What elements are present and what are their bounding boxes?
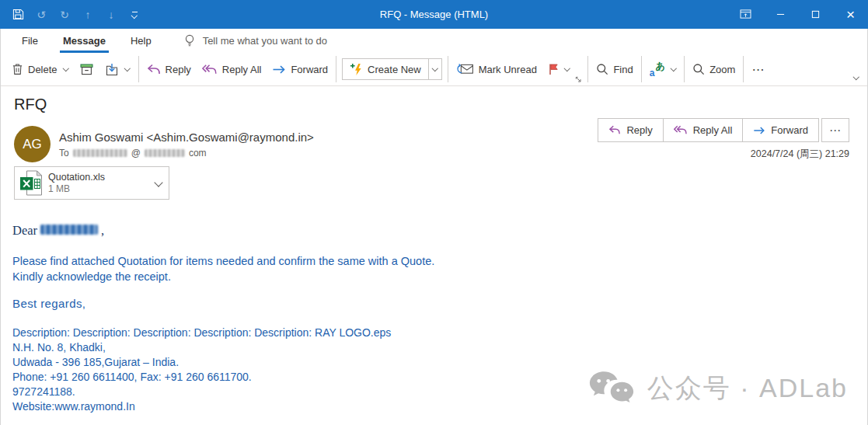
signature-greeting: Best regards, [12, 297, 85, 310]
avatar-initials: AG [23, 137, 42, 152]
body-line: Kindly acknowledge the receipt. [12, 269, 434, 284]
reply-icon [147, 64, 161, 75]
search-icon [596, 63, 608, 75]
delete-button[interactable]: Delete [6, 56, 74, 82]
translate-dropdown-icon[interactable] [671, 65, 677, 71]
signature-line: N.H. No. 8, Khadki, [12, 340, 391, 355]
redo-icon[interactable]: ↻ [54, 0, 75, 29]
watermark-text: 公众号 · ADLab [647, 371, 848, 406]
to-domain-suffix: com [189, 148, 207, 159]
archive-icon [79, 64, 94, 75]
reply-all-icon [674, 125, 688, 135]
signature-line: Phone: +91 260 6611400, Fax: +91 260 661… [12, 370, 391, 385]
toolbar-separator [587, 56, 588, 82]
toolbar-separator [743, 56, 744, 82]
attachment-size: 1 MB [48, 183, 154, 194]
toolbar-separator [641, 56, 642, 82]
sender-avatar[interactable]: AG [14, 126, 51, 162]
signature-line: Description: Description: Description: D… [12, 326, 391, 340]
trash-icon [12, 63, 23, 75]
reply-all-button[interactable]: Reply All [197, 56, 267, 82]
at-sign: @ [131, 148, 141, 159]
header-actions: Reply Reply All Forward ⋯ [598, 118, 849, 142]
minimize-icon[interactable] [763, 0, 798, 29]
header-reply-button[interactable]: Reply [598, 118, 663, 142]
maximize-icon[interactable] [798, 0, 833, 29]
reply-button[interactable]: Reply [141, 56, 197, 82]
delete-dropdown-icon[interactable] [62, 65, 68, 71]
header-more-actions-button[interactable]: ⋯ [821, 118, 849, 142]
toolbar-overflow-button[interactable]: ⋯ [746, 56, 771, 82]
quick-access-toolbar: ↺ ↻ ↑ ↓ [0, 0, 145, 29]
move-up-icon[interactable]: ↑ [78, 0, 98, 29]
move-down-icon[interactable]: ↓ [101, 0, 121, 29]
zoom-icon [692, 63, 705, 75]
header-forward-label: Forward [771, 124, 808, 136]
close-icon[interactable]: × [833, 0, 868, 29]
reply-all-icon [202, 64, 218, 75]
signature-line: Website:www.raymond.In [12, 399, 391, 414]
translate-icon: あ a [650, 62, 665, 77]
undo-icon[interactable]: ↺ [31, 0, 51, 29]
mark-unread-label: Mark Unread [479, 64, 537, 75]
header-forward-button[interactable]: Forward [742, 118, 819, 142]
move-to-dropdown-icon[interactable] [124, 65, 131, 71]
create-new-button[interactable]: Create New [343, 59, 428, 79]
watermark: 公众号 · ADLab [587, 369, 848, 408]
sender-name[interactable]: Ashim Goswami <Ashim.Goswami@raymond.in> [59, 131, 314, 144]
ribbon-display-options-icon[interactable] [728, 0, 763, 29]
attachment-meta: Quotation.xls 1 MB [48, 172, 154, 194]
archive-button[interactable] [74, 56, 99, 82]
forward-label: Forward [291, 64, 328, 75]
quick-step-lightning-icon [350, 63, 363, 76]
tab-file[interactable]: File [11, 29, 49, 53]
signature-line: 9727241188. [12, 385, 391, 399]
flag-icon [548, 63, 559, 75]
salutation-punct: , [101, 223, 104, 238]
forward-button[interactable]: Forward [267, 56, 333, 82]
create-new-dropdown[interactable] [428, 59, 441, 79]
tell-me-label: Tell me what you want to do [203, 35, 327, 47]
zoom-button[interactable]: Zoom [687, 56, 741, 82]
envelope-icon [456, 63, 474, 75]
forward-icon [272, 64, 286, 75]
attachment-name: Quotation.xls [48, 172, 154, 183]
ellipsis-icon: ⋯ [751, 62, 765, 77]
forward-icon [753, 126, 765, 135]
attachment-card[interactable]: Quotation.xls 1 MB [14, 166, 169, 200]
ribbon-toolbar: Delete [0, 53, 868, 86]
reply-all-label: Reply All [222, 64, 262, 75]
flag-dropdown-icon[interactable] [564, 65, 570, 71]
mark-unread-button[interactable]: Mark Unread [451, 56, 542, 82]
create-new-quick-step: Create New [342, 58, 442, 80]
signature-line: Udwada - 396 185,Gujarat – India. [12, 355, 391, 370]
collapse-ribbon-icon[interactable] [852, 69, 859, 83]
wechat-icon [587, 369, 636, 408]
window-controls: × [728, 0, 868, 29]
message-date: 2024/7/24 (周三) 21:29 [751, 148, 849, 161]
toolbar-separator [448, 56, 448, 82]
follow-up-flag-button[interactable] [542, 56, 576, 82]
attachment-dropdown-icon[interactable] [154, 178, 162, 186]
reply-icon [608, 125, 621, 135]
toolbar-separator [138, 56, 139, 82]
titlebar: ↺ ↻ ↑ ↓ RFQ - Message (HTML) × [0, 0, 868, 29]
subject: RFQ [14, 96, 47, 113]
tab-message[interactable]: Message [52, 29, 117, 53]
recipient-line: To @ com [59, 148, 207, 159]
window-border-left [0, 29, 1, 425]
move-to-folder-button[interactable] [99, 56, 136, 82]
translate-button[interactable]: あ a [644, 56, 682, 82]
customize-qat-icon[interactable] [124, 0, 145, 29]
redacted-recipient-name [73, 149, 127, 157]
delete-label: Delete [28, 64, 58, 75]
tell-me-box[interactable]: Tell me what you want to do [184, 34, 327, 47]
lightbulb-icon [184, 34, 195, 47]
to-label: To [59, 148, 69, 159]
header-reply-all-button[interactable]: Reply All [663, 118, 744, 142]
find-button[interactable]: Find [591, 56, 638, 82]
salutation-line: Dear, [12, 223, 104, 239]
save-icon[interactable] [8, 0, 28, 29]
tab-help[interactable]: Help [120, 29, 162, 53]
tags-dialog-launcher-icon[interactable] [575, 76, 582, 83]
